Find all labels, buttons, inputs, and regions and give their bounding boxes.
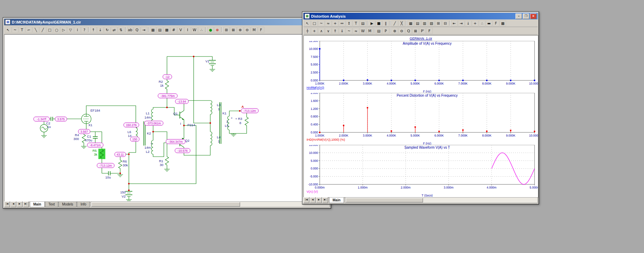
cursor-left-button-icon[interactable]: ⇤ [451,20,458,26]
page-nav-button-1[interactable]: ◀ [10,201,16,207]
close-button[interactable]: × [530,14,537,19]
crosshair-tool-icon[interactable]: ╳ [398,20,405,26]
copy-button-icon[interactable]: ⊞ [223,27,230,33]
help-tool-icon[interactable]: ? [81,27,88,33]
info-tool-icon[interactable]: i [74,27,81,33]
page-nav-button-2[interactable]: ▶ [17,201,23,207]
horizontal-scroll-thumb[interactable] [91,202,240,207]
track-tool-icon[interactable]: + [311,28,318,34]
flip-x-tool-icon[interactable]: ⇄ [111,27,117,33]
flat-plot-button-icon[interactable]: ⊟ [442,20,449,26]
tube-x1[interactable]: EF184 X1 [81,108,100,127]
resistor-r3[interactable]: + R3 8 [235,117,248,125]
waveform-chart[interactable]: -10.000-5.0000.0005.00010.00015.0000.000… [304,145,538,197]
ruler-button-icon[interactable]: ▬ [486,20,492,26]
component-tool-icon[interactable]: ~ [12,27,18,33]
polygon-tool-icon[interactable]: ▷ [60,27,67,33]
schematic-window[interactable]: ▦ D:\MC9\DATA\MyAmps\GERMAN_1.cir – ❐ × … [3,17,331,209]
rect-tool-icon[interactable]: □ [46,27,53,33]
data-points-button-icon[interactable]: ∴ [479,20,485,26]
formula-button-icon[interactable]: F [493,20,499,26]
three-plot-button-icon[interactable]: ▥ [421,20,428,26]
tab-text[interactable]: Text [45,201,58,207]
amplitude-chart[interactable]: 0.0002.5005.0007.50010.00012.5001.000K2.… [304,41,538,93]
dual-wave-tool-icon[interactable]: ≈ [325,20,332,26]
capacitor-10u[interactable]: 10u [105,171,111,179]
font-button-icon[interactable]: F [258,27,264,33]
envelope-button-icon[interactable]: ▩ [500,20,506,26]
disable-button-icon[interactable]: ⊗ [214,27,221,33]
global-high-button-icon[interactable]: W [360,28,366,34]
inductor-l3[interactable]: L3 1 [210,101,221,114]
battery-v2[interactable]: 150 V2 [120,190,132,198]
step-down-button-icon[interactable]: ↓ [465,20,471,26]
page-nav-button-0[interactable]: |◀ [303,197,309,203]
power-toggle-icon[interactable]: W [191,27,198,33]
line-draw-tool-icon[interactable]: ╱ [391,20,398,26]
zoom-in-button-icon[interactable]: ⊕ [391,28,398,34]
horizontal-tag-tool-icon[interactable]: ↔ [339,20,345,26]
tab-models[interactable]: Models [59,201,77,207]
text-tool-icon[interactable]: T [353,20,359,26]
tab-main[interactable]: Main [30,201,45,207]
peak-button-icon[interactable]: ∧ [318,28,325,34]
ellipse-tool-icon[interactable]: ○ [53,27,60,33]
global-low-button-icon[interactable]: M [367,28,373,34]
node-numbers-toggle-icon[interactable]: # [170,27,177,33]
stop-button-icon[interactable]: ■ [376,20,382,26]
select-tool-icon[interactable]: ↖ [5,27,11,33]
two-plot-button-icon[interactable]: ▤ [414,20,421,26]
wave2-button-icon[interactable]: ≈ [353,28,359,34]
horizontal-scrollbar[interactable] [345,197,538,203]
four-plot-button-icon[interactable]: ▧ [428,20,435,26]
battery-v1[interactable]: V1 [205,59,216,66]
plot-area[interactable]: GERMAN_1.cir 0.0002.5005.0007.50010.0001… [303,35,538,198]
probe-bubbles[interactable]: -1.347f 3.575 3.567 -8.471m -713.12m 43.… [34,75,258,168]
step-tool-icon[interactable]: ⇥ [141,27,147,33]
add-tag-button-icon[interactable]: + [472,20,478,26]
line-tool-icon[interactable]: ╱ [39,27,46,33]
border-toggle-icon[interactable]: ▤ [157,27,163,33]
rotate-tool-icon[interactable]: ↻ [104,27,111,33]
resistor-r2[interactable]: R2 1k [159,80,169,89]
probe-tool-icon[interactable]: + [332,20,338,26]
distortion-chart[interactable]: 0.0000.4000.8001.2001.6002.0001.000K2.00… [304,93,538,145]
tab-info[interactable]: Info [77,201,90,207]
buffer-button-icon[interactable]: ▤ [376,28,382,34]
bring-front-tool-icon[interactable]: ↑ [90,27,97,33]
pause-button-icon[interactable]: ∥ [382,20,389,26]
high-button-icon[interactable]: ⇑ [332,28,338,34]
send-back-tool-icon[interactable]: ↓ [97,27,104,33]
select-tool-icon[interactable]: ↖ [304,20,311,26]
page-nav-button-3[interactable]: ▶| [322,197,328,203]
schematic-titlebar[interactable]: ▦ D:\MC9\DATA\MyAmps\GERMAN_1.cir – ❐ × [4,19,330,25]
inductor-l4[interactable]: L4 1 [210,132,221,146]
shapes-tool-icon[interactable]: □ [311,20,318,26]
enable-button-icon[interactable]: ● [207,27,214,33]
one-plot-button-icon[interactable]: ▦ [407,20,414,26]
resistor-r4[interactable]: R4 300 [73,133,86,143]
properties-button-icon[interactable]: ▤ [360,20,366,26]
valley-button-icon[interactable]: ∨ [325,28,332,34]
conditions-toggle-icon[interactable]: ∴ [198,27,205,33]
formula-button-icon[interactable]: F [426,28,433,34]
analysis-window[interactable]: ▦ Distortion Analysis – ❐ × ↖□~≈+↔↕T▤▶■∥… [302,11,539,204]
wire-tool-icon[interactable]: ⌐ [26,27,32,33]
capacitor-c1[interactable]: C1 470u [85,134,98,142]
node-voltages-toggle-icon[interactable]: V [177,27,184,33]
pages-button-icon[interactable]: P [382,28,389,34]
resistor-r5-selected[interactable]: R5 3k [92,149,105,159]
resistor-r6[interactable]: R6 30k [118,159,128,168]
analysis-titlebar[interactable]: ▦ Distortion Analysis – ❐ × [303,13,538,19]
mode-button-icon[interactable]: M [251,27,257,33]
cross-area-toggle-icon[interactable]: ▩ [164,27,170,33]
grid-toggle-icon[interactable]: ▦ [150,27,156,33]
currents-toggle-icon[interactable]: I [184,27,191,33]
flip-y-tool-icon[interactable]: ⇅ [118,27,124,33]
wave-button-icon[interactable]: ~ [346,28,352,34]
horizontal-scroll-thumb[interactable] [346,198,423,202]
zoom-fit-button-icon[interactable]: Q [405,28,412,34]
pan-tool-icon[interactable]: ┼ [304,28,311,34]
resistor-r1[interactable]: R1 30 [159,157,169,167]
minimize-button[interactable]: – [515,14,522,19]
